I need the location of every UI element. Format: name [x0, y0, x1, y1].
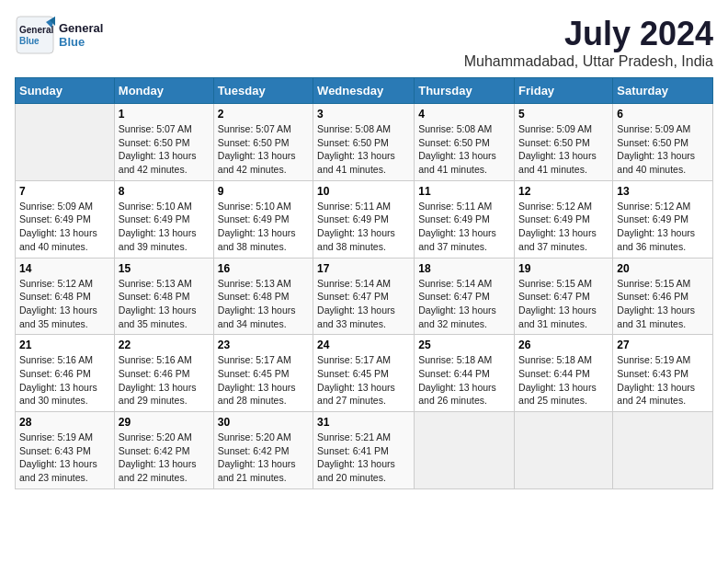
col-header-wednesday: Wednesday	[313, 78, 415, 104]
day-number: 26	[518, 339, 609, 351]
calendar-cell-w2d0: 14Sunrise: 5:12 AM Sunset: 6:48 PM Dayli…	[16, 258, 115, 335]
day-info: Sunrise: 5:19 AM Sunset: 6:43 PM Dayligh…	[19, 431, 110, 485]
day-info: Sunrise: 5:07 AM Sunset: 6:50 PM Dayligh…	[119, 122, 210, 177]
calendar-cell-w3d5: 26Sunrise: 5:18 AM Sunset: 6:44 PM Dayli…	[515, 335, 613, 412]
calendar-cell-w4d1: 29Sunrise: 5:20 AM Sunset: 6:42 PM Dayli…	[114, 412, 213, 489]
day-number: 27	[617, 339, 709, 351]
calendar-cell-w3d4: 25Sunrise: 5:18 AM Sunset: 6:44 PM Dayli…	[415, 335, 515, 412]
calendar-cell-w2d5: 19Sunrise: 5:15 AM Sunset: 6:47 PM Dayli…	[515, 258, 613, 335]
day-info: Sunrise: 5:18 AM Sunset: 6:44 PM Dayligh…	[418, 353, 510, 408]
calendar-cell-w0d6: 6Sunrise: 5:09 AM Sunset: 6:50 PM Daylig…	[613, 104, 713, 181]
calendar-cell-w0d1: 1Sunrise: 5:07 AM Sunset: 6:50 PM Daylig…	[114, 104, 213, 181]
day-number: 31	[317, 416, 410, 429]
day-number: 7	[19, 185, 110, 198]
calendar-cell-w1d6: 13Sunrise: 5:12 AM Sunset: 6:49 PM Dayli…	[613, 180, 713, 258]
col-header-tuesday: Tuesday	[213, 78, 313, 104]
day-info: Sunrise: 5:15 AM Sunset: 6:46 PM Dayligh…	[617, 277, 709, 331]
day-info: Sunrise: 5:20 AM Sunset: 6:42 PM Dayligh…	[119, 431, 210, 485]
calendar-cell-w3d1: 22Sunrise: 5:16 AM Sunset: 6:46 PM Dayli…	[114, 335, 213, 412]
day-number: 2	[218, 108, 309, 121]
day-info: Sunrise: 5:11 AM Sunset: 6:49 PM Dayligh…	[418, 200, 510, 254]
calendar-cell-w4d6	[613, 412, 713, 489]
day-number: 22	[119, 339, 210, 351]
day-info: Sunrise: 5:10 AM Sunset: 6:49 PM Dayligh…	[119, 200, 210, 254]
day-number: 30	[218, 416, 309, 429]
day-info: Sunrise: 5:16 AM Sunset: 6:46 PM Dayligh…	[119, 353, 210, 408]
calendar-cell-w1d2: 9Sunrise: 5:10 AM Sunset: 6:49 PM Daylig…	[213, 180, 313, 258]
day-info: Sunrise: 5:18 AM Sunset: 6:44 PM Dayligh…	[518, 353, 609, 408]
calendar-cell-w0d0	[16, 104, 115, 181]
calendar-cell-w1d5: 12Sunrise: 5:12 AM Sunset: 6:49 PM Dayli…	[515, 180, 613, 258]
day-info: Sunrise: 5:08 AM Sunset: 6:50 PM Dayligh…	[418, 122, 510, 177]
day-info: Sunrise: 5:14 AM Sunset: 6:47 PM Dayligh…	[317, 277, 410, 331]
day-info: Sunrise: 5:13 AM Sunset: 6:48 PM Dayligh…	[218, 277, 309, 331]
day-number: 23	[218, 339, 309, 351]
day-info: Sunrise: 5:08 AM Sunset: 6:50 PM Dayligh…	[317, 122, 410, 177]
logo-general: General	[59, 21, 103, 35]
calendar-cell-w3d2: 23Sunrise: 5:17 AM Sunset: 6:45 PM Dayli…	[213, 335, 313, 412]
day-info: Sunrise: 5:09 AM Sunset: 6:49 PM Dayligh…	[19, 200, 110, 254]
calendar-cell-w4d3: 31Sunrise: 5:21 AM Sunset: 6:41 PM Dayli…	[313, 412, 415, 489]
day-number: 9	[218, 185, 309, 198]
day-number: 12	[518, 185, 609, 198]
day-info: Sunrise: 5:21 AM Sunset: 6:41 PM Dayligh…	[317, 431, 410, 485]
col-header-sunday: Sunday	[16, 78, 115, 104]
day-info: Sunrise: 5:16 AM Sunset: 6:46 PM Dayligh…	[19, 353, 110, 408]
logo: General Blue General Blue	[15, 15, 103, 55]
day-number: 14	[19, 262, 110, 275]
calendar-cell-w4d5	[515, 412, 613, 489]
day-info: Sunrise: 5:19 AM Sunset: 6:43 PM Dayligh…	[617, 353, 709, 408]
day-number: 25	[418, 339, 510, 351]
calendar-cell-w4d2: 30Sunrise: 5:20 AM Sunset: 6:42 PM Dayli…	[213, 412, 313, 489]
day-info: Sunrise: 5:17 AM Sunset: 6:45 PM Dayligh…	[317, 353, 410, 408]
col-header-friday: Friday	[515, 78, 613, 104]
col-header-saturday: Saturday	[613, 78, 713, 104]
day-number: 6	[617, 108, 709, 121]
calendar-cell-w1d1: 8Sunrise: 5:10 AM Sunset: 6:49 PM Daylig…	[114, 180, 213, 258]
day-number: 29	[119, 416, 210, 429]
day-info: Sunrise: 5:10 AM Sunset: 6:49 PM Dayligh…	[218, 200, 309, 254]
day-number: 1	[119, 108, 210, 121]
logo-blue: Blue	[59, 35, 103, 49]
day-info: Sunrise: 5:20 AM Sunset: 6:42 PM Dayligh…	[218, 431, 309, 485]
calendar-cell-w2d4: 18Sunrise: 5:14 AM Sunset: 6:47 PM Dayli…	[415, 258, 515, 335]
day-info: Sunrise: 5:11 AM Sunset: 6:49 PM Dayligh…	[317, 200, 410, 254]
day-info: Sunrise: 5:09 AM Sunset: 6:50 PM Dayligh…	[518, 122, 609, 177]
day-info: Sunrise: 5:09 AM Sunset: 6:50 PM Dayligh…	[617, 122, 709, 177]
day-number: 19	[518, 262, 609, 275]
calendar-cell-w3d6: 27Sunrise: 5:19 AM Sunset: 6:43 PM Dayli…	[613, 335, 713, 412]
day-info: Sunrise: 5:12 AM Sunset: 6:48 PM Dayligh…	[19, 277, 110, 331]
day-number: 3	[317, 108, 410, 121]
day-info: Sunrise: 5:14 AM Sunset: 6:47 PM Dayligh…	[418, 277, 510, 331]
calendar-cell-w2d6: 20Sunrise: 5:15 AM Sunset: 6:46 PM Dayli…	[613, 258, 713, 335]
svg-text:General: General	[19, 25, 53, 35]
day-number: 5	[518, 108, 609, 121]
day-info: Sunrise: 5:15 AM Sunset: 6:47 PM Dayligh…	[518, 277, 609, 331]
day-number: 15	[119, 262, 210, 275]
day-number: 28	[19, 416, 110, 429]
month-year-title: July 2024	[464, 15, 713, 53]
day-info: Sunrise: 5:07 AM Sunset: 6:50 PM Dayligh…	[218, 122, 309, 177]
calendar-cell-w3d0: 21Sunrise: 5:16 AM Sunset: 6:46 PM Dayli…	[16, 335, 115, 412]
day-number: 20	[617, 262, 709, 275]
day-number: 11	[418, 185, 510, 198]
calendar-table: SundayMondayTuesdayWednesdayThursdayFrid…	[15, 77, 713, 489]
day-number: 18	[418, 262, 510, 275]
day-info: Sunrise: 5:12 AM Sunset: 6:49 PM Dayligh…	[518, 200, 609, 254]
location-subtitle: Muhammadabad, Uttar Pradesh, India	[464, 53, 713, 70]
day-number: 4	[418, 108, 510, 121]
page-header: General Blue General Blue July 2024 Muha…	[15, 15, 713, 70]
col-header-thursday: Thursday	[415, 78, 515, 104]
calendar-cell-w1d4: 11Sunrise: 5:11 AM Sunset: 6:49 PM Dayli…	[415, 180, 515, 258]
calendar-cell-w2d3: 17Sunrise: 5:14 AM Sunset: 6:47 PM Dayli…	[313, 258, 415, 335]
calendar-cell-w2d2: 16Sunrise: 5:13 AM Sunset: 6:48 PM Dayli…	[213, 258, 313, 335]
logo-icon: General Blue	[15, 15, 55, 55]
day-info: Sunrise: 5:12 AM Sunset: 6:49 PM Dayligh…	[617, 200, 709, 254]
calendar-cell-w3d3: 24Sunrise: 5:17 AM Sunset: 6:45 PM Dayli…	[313, 335, 415, 412]
day-info: Sunrise: 5:17 AM Sunset: 6:45 PM Dayligh…	[218, 353, 309, 408]
calendar-cell-w1d0: 7Sunrise: 5:09 AM Sunset: 6:49 PM Daylig…	[16, 180, 115, 258]
svg-text:Blue: Blue	[19, 36, 40, 46]
col-header-monday: Monday	[114, 78, 213, 104]
day-number: 10	[317, 185, 410, 198]
calendar-cell-w4d0: 28Sunrise: 5:19 AM Sunset: 6:43 PM Dayli…	[16, 412, 115, 489]
